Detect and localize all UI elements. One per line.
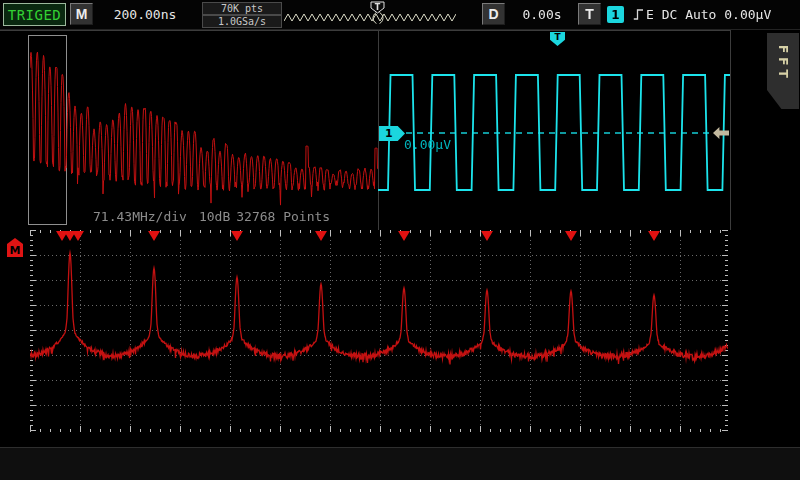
fft-overview-readout: 71.43MHz/div 10dB 32768 Points xyxy=(93,209,342,224)
trigger-source-badge: 1 xyxy=(607,6,624,23)
svg-text:T: T xyxy=(375,3,381,12)
trigger-settings-readout: E DC Auto 0.00µV xyxy=(646,7,776,22)
horizontal-menu-button[interactable]: M xyxy=(70,3,93,25)
panel-right-border xyxy=(730,30,731,230)
fft-menu-tab[interactable]: FFT xyxy=(767,33,799,109)
delay-button[interactable]: D xyxy=(482,3,505,25)
oscilloscope-screen: TRIGED M 200.00ns 70K pts 1.0GSa/s T D 0… xyxy=(0,0,800,480)
fft-vscale-readout: 10dB xyxy=(199,209,230,224)
channel1-level-label: 0.00µV xyxy=(404,137,451,152)
delay-readout: 0.00s xyxy=(506,7,578,22)
fft-tab-label: FFT xyxy=(776,45,790,82)
bottom-bar: 1 50.00mV 1X 2 OFF M 10dBVrms 1.00GSa/s … xyxy=(0,447,800,480)
math-marker-label: M xyxy=(10,244,21,257)
fft-points-readout: 32768 Points xyxy=(236,209,330,224)
sample-rate-readout: 1.0GSa/s xyxy=(202,15,282,28)
fft-overview-trace xyxy=(30,30,378,230)
trigger-status-badge: TRIGED xyxy=(3,3,66,26)
fft-hdiv-readout: 71.43MHz/div xyxy=(93,209,187,224)
channel1-marker-label: 1 xyxy=(385,127,393,140)
channel1-waveform xyxy=(378,30,730,230)
fft-zoom-trace xyxy=(30,230,728,432)
rising-edge-icon xyxy=(633,8,644,21)
timebase-readout: 200.00ns xyxy=(102,7,188,22)
trigger-position-marker-icon[interactable]: T xyxy=(370,1,385,14)
math-channel-marker[interactable]: M xyxy=(7,238,23,257)
trigger-menu-button[interactable]: T xyxy=(578,3,601,25)
memory-depth-readout: 70K pts xyxy=(202,2,282,15)
trigger-marker-label: T xyxy=(554,32,560,42)
top-bar: TRIGED M 200.00ns 70K pts 1.0GSa/s T D 0… xyxy=(0,0,800,30)
